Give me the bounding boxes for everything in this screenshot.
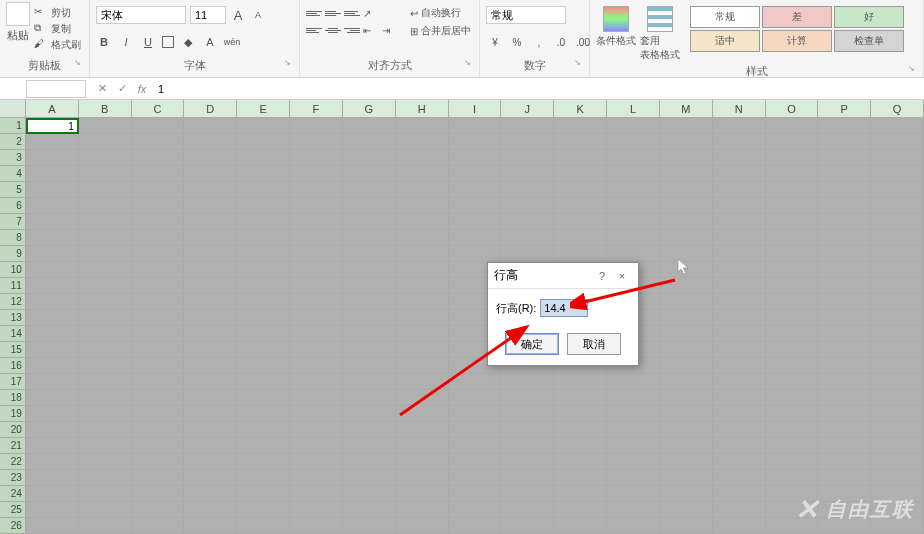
cell[interactable] (554, 150, 607, 166)
cell[interactable] (132, 486, 185, 502)
cell[interactable] (766, 150, 819, 166)
cell[interactable] (871, 358, 924, 374)
cell[interactable] (871, 118, 924, 134)
cell[interactable] (713, 230, 766, 246)
column-header-F[interactable]: F (290, 100, 343, 118)
column-header-I[interactable]: I (449, 100, 502, 118)
cell[interactable] (713, 150, 766, 166)
cell[interactable] (132, 310, 185, 326)
cell[interactable] (871, 166, 924, 182)
cell[interactable] (26, 358, 79, 374)
cell[interactable] (26, 310, 79, 326)
cell[interactable] (713, 310, 766, 326)
cell[interactable] (554, 134, 607, 150)
row-header[interactable]: 9 (0, 246, 26, 262)
cell[interactable] (79, 470, 132, 486)
cell[interactable] (26, 198, 79, 214)
cell[interactable] (818, 342, 871, 358)
cell[interactable] (766, 390, 819, 406)
cell[interactable] (396, 262, 449, 278)
cell-style-normal[interactable]: 常规 (690, 6, 760, 28)
cell[interactable] (501, 454, 554, 470)
cell[interactable] (184, 502, 237, 518)
cell[interactable] (818, 278, 871, 294)
cell[interactable] (26, 246, 79, 262)
cell[interactable] (871, 214, 924, 230)
cell[interactable] (184, 422, 237, 438)
cell[interactable] (343, 390, 396, 406)
cell[interactable] (396, 374, 449, 390)
cell[interactable] (818, 422, 871, 438)
cell[interactable] (290, 470, 343, 486)
cell[interactable] (449, 406, 502, 422)
cell[interactable] (449, 374, 502, 390)
cell[interactable] (237, 342, 290, 358)
cell[interactable] (396, 454, 449, 470)
cell[interactable] (396, 406, 449, 422)
row-header[interactable]: 12 (0, 294, 26, 310)
cell[interactable] (554, 214, 607, 230)
cell[interactable] (871, 310, 924, 326)
cell[interactable] (26, 422, 79, 438)
cell[interactable] (132, 326, 185, 342)
cell[interactable] (501, 166, 554, 182)
cell[interactable] (607, 134, 660, 150)
cell[interactable] (713, 326, 766, 342)
cell[interactable] (237, 374, 290, 390)
cell[interactable] (766, 438, 819, 454)
cell[interactable] (554, 470, 607, 486)
cell[interactable] (713, 342, 766, 358)
insert-function-button[interactable]: fx (132, 80, 152, 98)
cell[interactable] (26, 262, 79, 278)
decrease-font-button[interactable]: A (250, 7, 266, 23)
cell[interactable] (607, 150, 660, 166)
cell[interactable] (184, 518, 237, 534)
row-header[interactable]: 4 (0, 166, 26, 182)
row-header[interactable]: 18 (0, 390, 26, 406)
cell[interactable] (554, 406, 607, 422)
cell[interactable] (132, 454, 185, 470)
cell[interactable] (343, 422, 396, 438)
cell[interactable] (818, 118, 871, 134)
cell[interactable] (132, 438, 185, 454)
cell[interactable] (607, 406, 660, 422)
cell[interactable] (184, 342, 237, 358)
cell[interactable] (396, 310, 449, 326)
cell[interactable] (396, 134, 449, 150)
cell[interactable] (871, 342, 924, 358)
cell[interactable] (660, 374, 713, 390)
cell[interactable] (343, 486, 396, 502)
underline-button[interactable]: U (140, 34, 156, 50)
column-header-M[interactable]: M (660, 100, 713, 118)
cell[interactable] (660, 342, 713, 358)
cell[interactable] (449, 438, 502, 454)
row-header[interactable]: 23 (0, 470, 26, 486)
cell[interactable] (766, 342, 819, 358)
cell[interactable] (871, 454, 924, 470)
cell[interactable] (290, 310, 343, 326)
cell[interactable] (290, 518, 343, 534)
cell[interactable] (343, 518, 396, 534)
cell[interactable] (713, 390, 766, 406)
row-header[interactable]: 21 (0, 438, 26, 454)
cell[interactable] (607, 438, 660, 454)
cell[interactable] (343, 470, 396, 486)
cell[interactable] (396, 246, 449, 262)
cell[interactable] (343, 310, 396, 326)
cell[interactable] (766, 470, 819, 486)
cell[interactable] (871, 198, 924, 214)
cell[interactable] (132, 230, 185, 246)
cell[interactable] (290, 230, 343, 246)
column-header-G[interactable]: G (343, 100, 396, 118)
cell[interactable] (818, 182, 871, 198)
row-header[interactable]: 13 (0, 310, 26, 326)
cell[interactable] (449, 182, 502, 198)
increase-font-button[interactable]: A (230, 7, 246, 23)
cell[interactable] (237, 262, 290, 278)
column-header-L[interactable]: L (607, 100, 660, 118)
cell[interactable] (79, 118, 132, 134)
cell[interactable] (871, 438, 924, 454)
increase-decimal-button[interactable]: .0 (552, 34, 570, 50)
cell[interactable] (766, 198, 819, 214)
cell-style-bad[interactable]: 差 (762, 6, 832, 28)
